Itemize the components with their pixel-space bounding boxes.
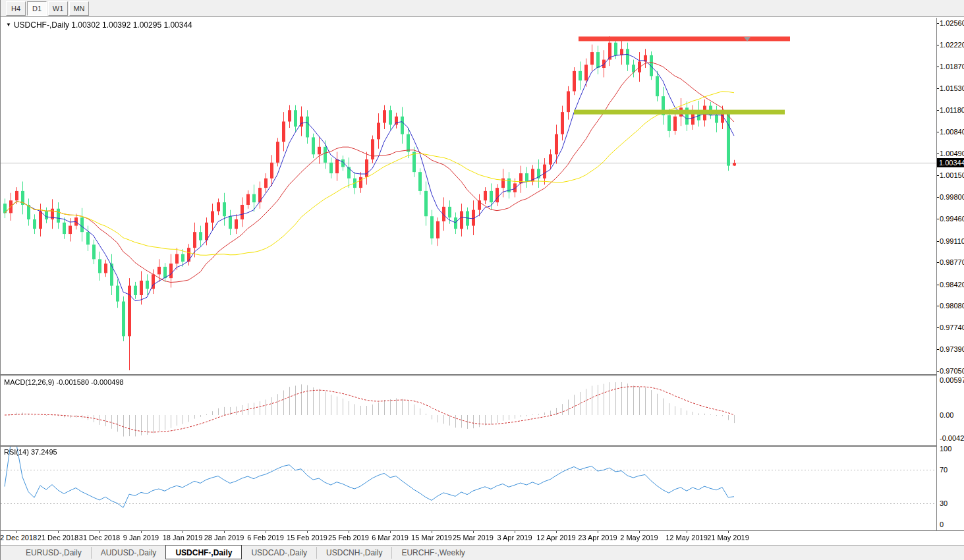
trading-app-window: H4D1W1MN ▼USDCHF-,Daily 1.00302 1.00392 …: [0, 0, 964, 560]
date-axis-tick: [99, 531, 100, 533]
macd-axis-label: -0.004243: [940, 434, 964, 442]
current-price-tag: 1.00344: [937, 158, 964, 167]
chart-tab-eurchf[interactable]: EURCHF-,Weekly: [391, 547, 474, 559]
chart-tab-usdcnh[interactable]: USDCNH-,Daily: [316, 547, 391, 559]
date-axis-tick: [728, 531, 729, 533]
date-axis-label: 21 Dec 2018: [38, 534, 78, 542]
price-axis-label: 1.02220: [940, 41, 964, 49]
date-axis-label: 21 May 2019: [707, 534, 749, 542]
date-axis-label: 25 Mar 2019: [453, 534, 494, 542]
date-axis-label: 6 Feb 2019: [247, 534, 284, 542]
date-axis-tick: [598, 531, 598, 533]
price-axis-tick: [937, 132, 939, 132]
chart-tab-bar: EURUSD-,DailyAUDUSD-,DailyUSDCHF-,DailyU…: [1, 545, 964, 560]
rsi-axis-label: 30: [940, 499, 948, 507]
rsi-axis-label: 0: [940, 520, 944, 528]
price-chart-canvas[interactable]: [1, 18, 936, 374]
date-axis-tick: [141, 531, 142, 533]
date-axis-tick: [639, 531, 640, 533]
chart-tab-eurusd[interactable]: EURUSD-,Daily: [16, 547, 91, 559]
price-axis-tick: [937, 327, 939, 328]
price-axis-label: 1.01530: [940, 84, 964, 92]
chart-symbol-label: USDCHF-,Daily: [14, 20, 69, 30]
price-chart-panel: [1, 18, 936, 374]
price-axis-tick: [937, 197, 939, 198]
price-axis-tick: [937, 175, 939, 176]
price-axis-tick: [937, 262, 939, 263]
macd-axis-label: 0.00597: [940, 376, 964, 384]
chart-tab-usdchf[interactable]: USDCHF-,Daily: [165, 545, 242, 559]
timeframe-button-mn[interactable]: MN: [69, 1, 89, 16]
date-axis-label: 12 Dec 2018: [0, 534, 37, 542]
date-axis-label: 25 Feb 2019: [328, 534, 369, 542]
price-axis-label: 0.97740: [940, 323, 964, 331]
chart-tab-audusd[interactable]: AUDUSD-,Daily: [91, 547, 166, 559]
chart-shift-marker-icon[interactable]: [744, 37, 751, 42]
price-axis-label: 0.98420: [940, 281, 964, 289]
price-axis-label: 0.99800: [940, 193, 964, 201]
rsi-canvas[interactable]: [1, 447, 936, 530]
price-axis-label: 1.01180: [940, 106, 964, 114]
date-axis-tick: [266, 531, 266, 533]
price-axis-tick: [937, 23, 939, 24]
date-axis-tick: [556, 531, 557, 533]
macd-canvas[interactable]: [1, 376, 936, 445]
date-axis-label: 6 Mar 2019: [372, 534, 409, 542]
date-axis-label: 18 Jan 2019: [163, 534, 203, 542]
symbol-dropdown-icon[interactable]: ▼: [6, 22, 11, 28]
date-axis-label: 31 Dec 2018: [79, 534, 120, 542]
price-axis-label: 0.99460: [940, 215, 964, 223]
price-axis-label: 1.00490: [940, 150, 964, 157]
date-axis-tick: [515, 531, 515, 533]
date-axis-label: 2 May 2019: [620, 534, 658, 542]
date-axis-label: 28 Jan 2019: [204, 534, 244, 542]
chart-tab-usdcad[interactable]: USDCAD-,Daily: [242, 547, 316, 559]
date-axis-tick: [16, 531, 17, 533]
rsi-panel: RSI(14) 37.2495: [1, 447, 936, 530]
timeframe-button-w1[interactable]: W1: [48, 1, 68, 16]
price-axis-tick: [937, 285, 939, 285]
price-axis-label: 0.97050: [940, 367, 964, 375]
rsi-axis-label: 100: [940, 445, 951, 453]
date-axis-tick: [687, 531, 687, 533]
date-axis-label: 12 Apr 2019: [536, 534, 575, 542]
price-axis-tick: [937, 241, 939, 242]
date-axis-label: 15 Feb 2019: [287, 534, 327, 542]
macd-axis-label: 0.00: [940, 411, 953, 419]
date-axis-label: 12 May 2019: [666, 534, 708, 542]
date-axis-tick: [390, 531, 391, 533]
price-axis-label: 1.00840: [940, 128, 964, 136]
price-axis-label: 1.01870: [940, 63, 964, 70]
date-axis-tick: [473, 531, 474, 533]
date-axis[interactable]: 12 Dec 201821 Dec 201831 Dec 20189 Jan 2…: [1, 530, 964, 545]
price-axis-tick: [937, 349, 939, 350]
price-axis-tick: [937, 306, 939, 306]
date-axis-label: 9 Jan 2019: [123, 534, 159, 542]
rsi-axis-label: 70: [940, 466, 948, 474]
price-axis-label: 0.97390: [940, 345, 964, 353]
price-axis-tick: [937, 154, 939, 154]
date-axis-tick: [432, 531, 432, 533]
timeframe-toolbar: H4D1W1MN: [1, 0, 964, 17]
price-axis-label: 0.98080: [940, 302, 964, 310]
timeframe-button-d1[interactable]: D1: [27, 1, 47, 16]
date-axis-tick: [58, 531, 59, 533]
price-axis-tick: [937, 219, 939, 219]
chart-title: ▼USDCHF-,Daily 1.00302 1.00392 1.00295 1…: [6, 20, 192, 30]
price-axis-label: 1.02560: [940, 19, 964, 27]
price-axis-label: 0.98770: [940, 258, 964, 266]
price-axis-label: 1.00150: [940, 171, 964, 179]
date-axis-label: 15 Mar 2019: [411, 534, 452, 542]
price-axis-label: 0.99110: [940, 237, 964, 245]
date-axis-tick: [224, 531, 225, 533]
macd-panel: MACD(12,26,9) -0.001580 -0.000498: [1, 376, 936, 445]
date-axis-label: 3 Apr 2019: [497, 534, 532, 542]
date-axis-tick: [183, 531, 183, 533]
price-axis-tick: [937, 88, 939, 89]
price-axis-tick: [937, 67, 939, 67]
date-axis-tick: [307, 531, 308, 533]
price-axis[interactable]: 1.00344 1.025601.022201.018701.015301.01…: [936, 18, 964, 545]
chart-ohlc-values: 1.00302 1.00392 1.00295 1.00344: [71, 20, 192, 30]
timeframe-button-h4[interactable]: H4: [6, 1, 26, 16]
rsi-label: RSI(14) 37.2495: [4, 448, 57, 456]
